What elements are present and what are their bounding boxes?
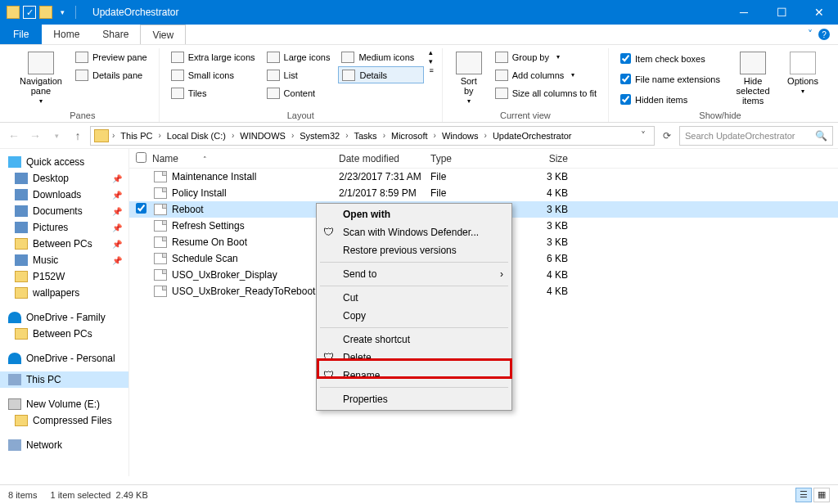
sidebar-item[interactable]: Pictures📌: [0, 219, 128, 236]
nav-onedrive-personal[interactable]: OneDrive - Personal: [0, 350, 128, 367]
file-size: 3 KB: [520, 204, 578, 215]
refresh-button[interactable]: ⟳: [658, 130, 676, 142]
layout-small[interactable]: Small icons: [168, 66, 259, 83]
file-name: USO_UxBroker_Display: [172, 269, 277, 281]
ctx-copy[interactable]: Copy: [318, 307, 510, 325]
close-button[interactable]: ✕: [800, 0, 838, 25]
nav-icon: [15, 173, 28, 184]
file-row[interactable]: Policy Install 2/1/2017 8:59 PM File 4 K…: [129, 185, 838, 201]
details-pane-button[interactable]: Details pane: [72, 66, 151, 83]
sidebar-item[interactable]: Documents📌: [0, 203, 128, 219]
nav-icon: [15, 205, 28, 217]
qat-folder-icon[interactable]: [39, 6, 52, 19]
breadcrumb[interactable]: › This PC› Local Disk (C:)› WINDOWS› Sys…: [90, 126, 655, 146]
view-large-button[interactable]: ▦: [813, 488, 830, 502]
maximize-button[interactable]: ☐: [763, 0, 800, 25]
layout-list[interactable]: List: [264, 66, 334, 83]
layout-medium[interactable]: Medium icons: [338, 48, 424, 65]
file-icon: [154, 171, 167, 182]
forward-button[interactable]: →: [26, 127, 44, 145]
hidden-toggle[interactable]: Hidden items: [617, 91, 723, 108]
sidebar-item[interactable]: wallpapers: [0, 285, 128, 301]
ctx-delete[interactable]: 🛡Delete: [318, 349, 510, 367]
nav-icon: [15, 222, 28, 233]
nav-quickaccess[interactable]: Quick access: [0, 154, 128, 170]
ctx-cut[interactable]: Cut: [318, 289, 510, 307]
chevron-right-icon: ›: [500, 268, 503, 280]
layout-large[interactable]: Large icons: [264, 48, 334, 65]
ctx-sendto[interactable]: Send to›: [318, 265, 510, 283]
layout-tiles[interactable]: Tiles: [168, 84, 259, 101]
ribbon-group-showhide: Item check boxes File name extensions Hi…: [609, 48, 831, 122]
nav-compressed[interactable]: Compressed Files: [0, 412, 128, 429]
layout-scroll-down-icon[interactable]: ▾: [429, 57, 433, 65]
context-menu: Open with 🛡Scan with Windows Defender...…: [316, 203, 512, 411]
back-button[interactable]: ←: [5, 127, 23, 145]
tab-home[interactable]: Home: [42, 25, 91, 44]
titlebar: ✓ ▾ UpdateOrchestrator ─ ☐ ✕: [0, 0, 838, 25]
nav-newvolume[interactable]: New Volume (E:): [0, 396, 128, 412]
sidebar-item[interactable]: Downloads📌: [0, 187, 128, 203]
sidebar-item[interactable]: P152W: [0, 268, 128, 285]
file-menu[interactable]: File: [0, 25, 42, 44]
row-checkbox[interactable]: [136, 203, 146, 214]
tab-share[interactable]: Share: [91, 25, 140, 44]
menubar: File Home Share View ˅ ?: [0, 25, 838, 45]
nav-between-pcs[interactable]: Between PCs: [0, 326, 128, 342]
qat-dropdown-icon[interactable]: ▾: [56, 6, 69, 19]
ribbon: Navigation pane▾ Preview pane Details pa…: [0, 45, 838, 123]
options-button[interactable]: Options▾: [782, 48, 823, 98]
file-size: 4 KB: [520, 269, 578, 281]
ctx-scan-defender[interactable]: 🛡Scan with Windows Defender...: [318, 223, 510, 241]
sizecols-button[interactable]: Size all columns to fit: [492, 84, 600, 101]
file-name: Reboot: [172, 204, 204, 215]
preview-pane-button[interactable]: Preview pane: [72, 48, 151, 65]
ctx-rename[interactable]: 🛡Rename: [318, 367, 510, 385]
recent-dropdown-icon[interactable]: ▾: [47, 127, 65, 145]
file-icon: [154, 286, 167, 297]
nav-onedrive-family[interactable]: OneDrive - Family: [0, 309, 128, 326]
nav-label: wallpapers: [33, 287, 79, 299]
ctx-shortcut[interactable]: Create shortcut: [318, 331, 510, 349]
file-name: USO_UxBroker_ReadyToReboot: [172, 286, 315, 297]
extensions-toggle[interactable]: File name extensions: [617, 70, 723, 88]
tab-view[interactable]: View: [140, 25, 186, 44]
nav-network[interactable]: Network: [0, 437, 128, 453]
ctx-properties[interactable]: Properties: [318, 390, 510, 408]
view-details-button[interactable]: ☰: [795, 488, 812, 502]
file-date: 2/23/2017 7:31 AM: [339, 171, 430, 182]
ribbon-group-layout: Extra large icons Small icons Tiles Larg…: [160, 48, 443, 122]
hide-selected-button[interactable]: Hide selected items: [728, 48, 777, 109]
selectall-checkbox[interactable]: [136, 152, 146, 163]
up-button[interactable]: ↑: [69, 127, 87, 145]
ctx-open-with[interactable]: Open with: [318, 205, 510, 223]
sidebar-item[interactable]: Desktop📌: [0, 170, 128, 187]
sortby-button[interactable]: Sort by▾: [451, 48, 487, 108]
file-row[interactable]: Maintenance Install 2/23/2017 7:31 AM Fi…: [129, 169, 838, 185]
nav-thispc[interactable]: This PC: [0, 371, 128, 388]
addcols-button[interactable]: Add columns▾: [492, 66, 600, 83]
ctx-restore[interactable]: Restore previous versions: [318, 241, 510, 259]
minimize-button[interactable]: ─: [725, 0, 763, 25]
status-count: 8 items: [8, 490, 50, 500]
col-type[interactable]: Type: [430, 153, 520, 164]
layout-xl[interactable]: Extra large icons: [168, 48, 259, 65]
sidebar-item[interactable]: Music📌: [0, 252, 128, 268]
layout-expand-icon[interactable]: ≡: [429, 66, 433, 74]
help-dropdown-icon[interactable]: ˅ ?: [800, 25, 838, 44]
qat-checkbox-icon[interactable]: ✓: [23, 6, 36, 19]
layout-scroll-up-icon[interactable]: ▴: [429, 48, 433, 56]
layout-details[interactable]: Details: [338, 66, 424, 83]
breadcrumb-dd-icon[interactable]: ˅: [636, 130, 651, 142]
layout-content[interactable]: Content: [264, 84, 334, 101]
navpane-button[interactable]: Navigation pane▾: [15, 48, 67, 108]
col-size[interactable]: Size: [520, 153, 578, 164]
nav-icon: [15, 254, 28, 266]
col-name[interactable]: Name˄: [152, 153, 339, 164]
search-input[interactable]: Search UpdateOrchestrator 🔍: [679, 126, 833, 146]
sidebar-item[interactable]: Between PCs📌: [0, 236, 128, 252]
nav-icon: [15, 271, 28, 282]
groupby-button[interactable]: Group by▾: [492, 48, 600, 65]
checkboxes-toggle[interactable]: Item check boxes: [617, 50, 723, 67]
col-date[interactable]: Date modified: [339, 153, 430, 164]
